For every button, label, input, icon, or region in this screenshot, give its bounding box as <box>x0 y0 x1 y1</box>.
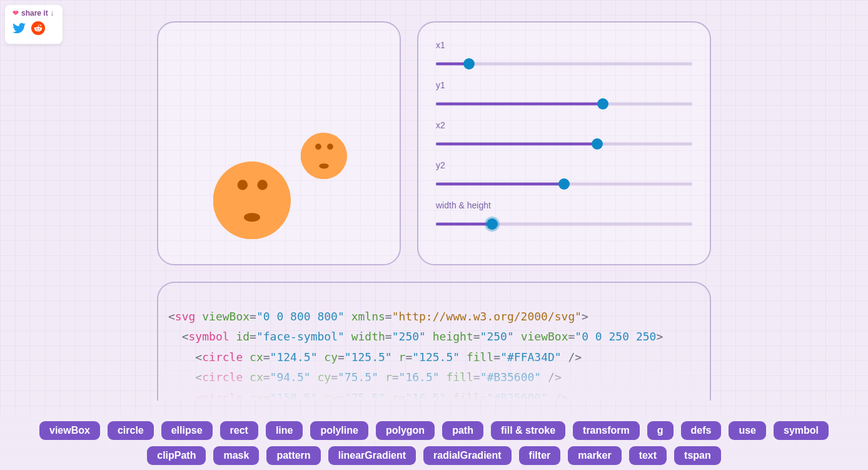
tag-radialgradient[interactable]: radialGradient <box>423 446 511 465</box>
tag-g[interactable]: g <box>647 421 674 440</box>
tag-symbol[interactable]: symbol <box>774 421 829 440</box>
svg-point-8 <box>319 163 328 168</box>
slider-track[interactable] <box>436 179 692 189</box>
tag-line[interactable]: line <box>266 421 303 440</box>
svg-preview-panel <box>157 21 401 265</box>
slider-label: x2 <box>436 120 692 130</box>
svg-point-6 <box>315 143 321 150</box>
tag-tspan[interactable]: tspan <box>674 446 721 465</box>
tag-transform[interactable]: transform <box>573 421 640 440</box>
slider-track[interactable] <box>436 59 692 69</box>
slider-label: width & height <box>436 200 692 210</box>
tag-lineargradient[interactable]: linearGradient <box>328 446 416 465</box>
tag-filter[interactable]: filter <box>519 446 561 465</box>
slider-x1: x1 <box>436 40 692 69</box>
tag-text[interactable]: text <box>629 446 667 465</box>
face-small <box>301 133 347 179</box>
share-title: ❤ share it ↓ <box>13 9 55 18</box>
share-label: share it ↓ <box>21 9 54 18</box>
tag-viewbox[interactable]: viewBox <box>39 421 100 440</box>
tag-polygon[interactable]: polygon <box>376 421 435 440</box>
slider-label: x1 <box>436 40 692 50</box>
code-output: <svg viewBox="0 0 800 800" xmlns="http:/… <box>168 307 700 401</box>
slider-y2: y2 <box>436 160 692 189</box>
tag-circle[interactable]: circle <box>108 421 154 440</box>
svg-point-7 <box>327 143 333 150</box>
slider-label: y1 <box>436 80 692 90</box>
face-large <box>213 161 291 239</box>
slider-track[interactable] <box>436 219 692 229</box>
svg-point-4 <box>244 213 260 222</box>
reddit-icon[interactable] <box>31 21 45 38</box>
twitter-icon[interactable] <box>13 21 26 38</box>
tag-fill-stroke[interactable]: fill & stroke <box>491 421 565 440</box>
slider-y1: y1 <box>436 80 692 109</box>
slider-thumb[interactable] <box>597 98 608 110</box>
slider-track[interactable] <box>436 139 692 149</box>
slider-label: y2 <box>436 160 692 170</box>
element-tag-bar: viewBoxcircleellipserectlinepolylinepoly… <box>0 414 868 470</box>
tag-rect[interactable]: rect <box>220 421 258 440</box>
svg-point-3 <box>257 180 267 190</box>
slider-width-height: width & height <box>436 200 692 229</box>
tag-polyline[interactable]: polyline <box>310 421 368 440</box>
tag-pattern[interactable]: pattern <box>266 446 320 465</box>
controls-panel: x1y1x2y2width & height <box>417 21 711 265</box>
slider-thumb[interactable] <box>558 178 570 190</box>
tag-ellipse[interactable]: ellipse <box>161 421 213 440</box>
slider-thumb[interactable] <box>592 138 603 150</box>
slider-thumb[interactable] <box>463 58 475 69</box>
svg-point-5 <box>301 133 347 179</box>
slider-track[interactable] <box>436 99 692 109</box>
tag-path[interactable]: path <box>442 421 483 440</box>
code-panel: <svg viewBox="0 0 800 800" xmlns="http:/… <box>157 282 711 401</box>
slider-x2: x2 <box>436 120 692 149</box>
slider-thumb[interactable] <box>487 218 498 230</box>
share-card: ❤ share it ↓ <box>5 5 63 44</box>
tag-use[interactable]: use <box>729 421 766 440</box>
tag-mask[interactable]: mask <box>213 446 259 465</box>
svg-point-2 <box>238 180 248 190</box>
heart-icon: ❤ <box>13 9 19 18</box>
tag-marker[interactable]: marker <box>568 446 621 465</box>
svg-point-1 <box>213 161 291 239</box>
tag-defs[interactable]: defs <box>681 421 722 440</box>
tag-clippath[interactable]: clipPath <box>147 446 206 465</box>
